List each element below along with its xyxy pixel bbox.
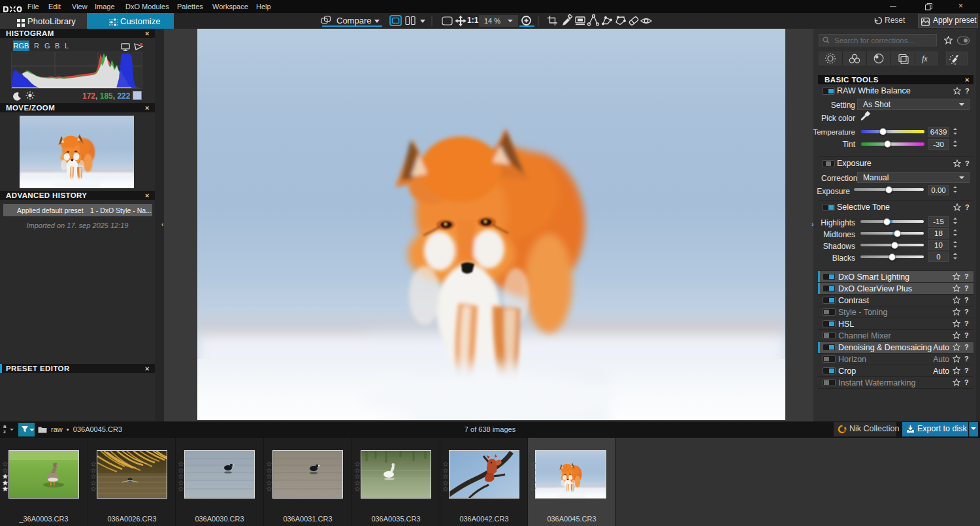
svg-text:fx: fx	[922, 54, 928, 63]
